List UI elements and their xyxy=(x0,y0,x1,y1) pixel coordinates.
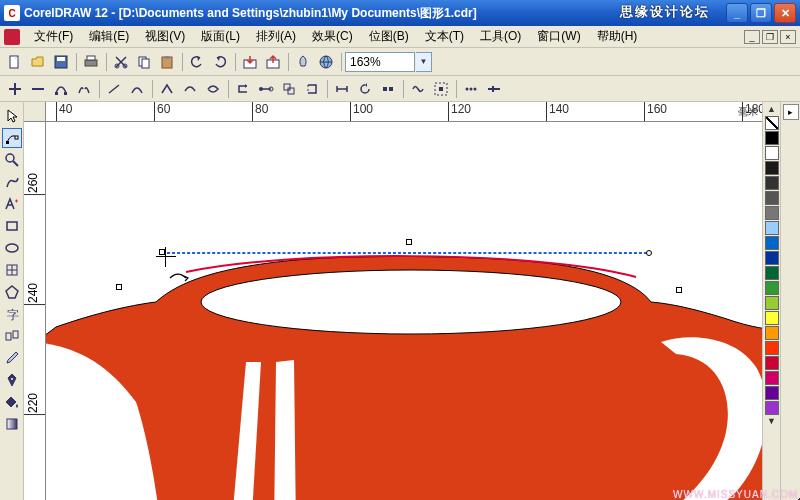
menu-effects[interactable]: 效果(C) xyxy=(304,26,361,47)
color-swatch[interactable] xyxy=(765,266,779,280)
palette-scroll-down[interactable]: ▼ xyxy=(767,416,776,428)
color-swatch[interactable] xyxy=(765,191,779,205)
color-swatch[interactable] xyxy=(765,401,779,415)
reduce-nodes-button[interactable] xyxy=(460,78,482,100)
color-swatch[interactable] xyxy=(765,251,779,265)
zoom-tool[interactable] xyxy=(2,150,22,170)
graph-paper-tool[interactable] xyxy=(2,260,22,280)
auto-close-button[interactable] xyxy=(301,78,323,100)
bezier-node[interactable] xyxy=(676,287,682,293)
teapot-shape[interactable] xyxy=(46,232,762,500)
color-swatch[interactable] xyxy=(765,221,779,235)
color-swatch[interactable] xyxy=(765,386,779,400)
close-button[interactable]: ✕ xyxy=(774,3,796,23)
select-all-nodes-button[interactable] xyxy=(430,78,452,100)
menu-bitmap[interactable]: 位图(B) xyxy=(361,26,417,47)
app-launcher-button[interactable] xyxy=(292,51,314,73)
palette-scroll-up[interactable]: ▲ xyxy=(767,104,776,116)
smart-draw-tool[interactable] xyxy=(2,194,22,214)
color-swatch[interactable] xyxy=(765,146,779,160)
menu-edit[interactable]: 编辑(E) xyxy=(81,26,137,47)
control-handle[interactable] xyxy=(646,250,652,256)
color-swatch[interactable] xyxy=(765,341,779,355)
reverse-curve-button[interactable] xyxy=(232,78,254,100)
mdi-restore[interactable]: ❐ xyxy=(762,30,778,44)
cut-button[interactable] xyxy=(110,51,132,73)
zoom-dropdown[interactable]: ▼ xyxy=(416,52,432,72)
open-button[interactable] xyxy=(27,51,49,73)
stretch-nodes-button[interactable] xyxy=(331,78,353,100)
menu-help[interactable]: 帮助(H) xyxy=(589,26,646,47)
rectangle-tool[interactable] xyxy=(2,216,22,236)
pick-tool[interactable] xyxy=(2,106,22,126)
color-swatch[interactable] xyxy=(765,326,779,340)
ruler-origin[interactable] xyxy=(24,102,46,122)
menu-window[interactable]: 窗口(W) xyxy=(529,26,588,47)
corel-online-button[interactable] xyxy=(315,51,337,73)
align-nodes-button[interactable] xyxy=(377,78,399,100)
elastic-mode-button[interactable] xyxy=(407,78,429,100)
maximize-button[interactable]: ❐ xyxy=(750,3,772,23)
docker-toggle[interactable]: ▸ xyxy=(783,104,799,120)
ruler-vertical[interactable]: 260 240 220 xyxy=(24,122,46,500)
separator xyxy=(453,78,459,100)
color-swatch[interactable] xyxy=(765,206,779,220)
delete-node-button[interactable] xyxy=(27,78,49,100)
interactive-blend-tool[interactable] xyxy=(2,326,22,346)
color-swatch[interactable] xyxy=(765,296,779,310)
freehand-tool[interactable] xyxy=(2,172,22,192)
color-swatch[interactable] xyxy=(765,161,779,175)
color-swatch[interactable] xyxy=(765,371,779,385)
print-button[interactable] xyxy=(80,51,102,73)
shape-tool[interactable] xyxy=(2,128,22,148)
bezier-node[interactable] xyxy=(406,239,412,245)
color-swatch[interactable] xyxy=(765,176,779,190)
menu-view[interactable]: 视图(V) xyxy=(137,26,193,47)
no-fill-swatch[interactable] xyxy=(765,116,779,130)
menu-tools[interactable]: 工具(O) xyxy=(472,26,529,47)
paste-button[interactable] xyxy=(156,51,178,73)
minimize-button[interactable]: _ xyxy=(726,3,748,23)
undo-button[interactable] xyxy=(186,51,208,73)
color-swatch[interactable] xyxy=(765,311,779,325)
mdi-close[interactable]: × xyxy=(780,30,796,44)
import-button[interactable] xyxy=(239,51,261,73)
ruler-horizontal[interactable]: 40 60 80 100 120 140 160 180 xyxy=(46,102,762,122)
zoom-input[interactable]: 163% xyxy=(345,52,415,72)
redo-button[interactable] xyxy=(209,51,231,73)
eyedropper-tool[interactable] xyxy=(2,348,22,368)
menu-layout[interactable]: 版面(L) xyxy=(193,26,248,47)
add-node-button[interactable] xyxy=(4,78,26,100)
symmetric-node-button[interactable] xyxy=(202,78,224,100)
save-button[interactable] xyxy=(50,51,72,73)
drawing-canvas[interactable] xyxy=(46,122,762,500)
extract-subpath-button[interactable] xyxy=(278,78,300,100)
color-swatch[interactable] xyxy=(765,281,779,295)
text-tool[interactable]: 字 xyxy=(2,304,22,324)
menu-file[interactable]: 文件(F) xyxy=(26,26,81,47)
cusp-node-button[interactable] xyxy=(156,78,178,100)
polygon-tool[interactable] xyxy=(2,282,22,302)
new-button[interactable] xyxy=(4,51,26,73)
outline-tool[interactable] xyxy=(2,370,22,390)
join-nodes-button[interactable] xyxy=(50,78,72,100)
color-swatch[interactable] xyxy=(765,131,779,145)
curve-smoothness-button[interactable] xyxy=(483,78,505,100)
color-swatch[interactable] xyxy=(765,236,779,250)
smooth-node-button[interactable] xyxy=(179,78,201,100)
break-node-button[interactable] xyxy=(73,78,95,100)
bezier-node[interactable] xyxy=(116,284,122,290)
export-button[interactable] xyxy=(262,51,284,73)
interactive-fill-tool[interactable] xyxy=(2,414,22,434)
menu-arrange[interactable]: 排列(A) xyxy=(248,26,304,47)
to-curve-button[interactable] xyxy=(126,78,148,100)
menu-text[interactable]: 文本(T) xyxy=(417,26,472,47)
fill-tool[interactable] xyxy=(2,392,22,412)
extend-curve-button[interactable] xyxy=(255,78,277,100)
color-swatch[interactable] xyxy=(765,356,779,370)
to-line-button[interactable] xyxy=(103,78,125,100)
rotate-nodes-button[interactable] xyxy=(354,78,376,100)
copy-button[interactable] xyxy=(133,51,155,73)
mdi-minimize[interactable]: _ xyxy=(744,30,760,44)
ellipse-tool[interactable] xyxy=(2,238,22,258)
